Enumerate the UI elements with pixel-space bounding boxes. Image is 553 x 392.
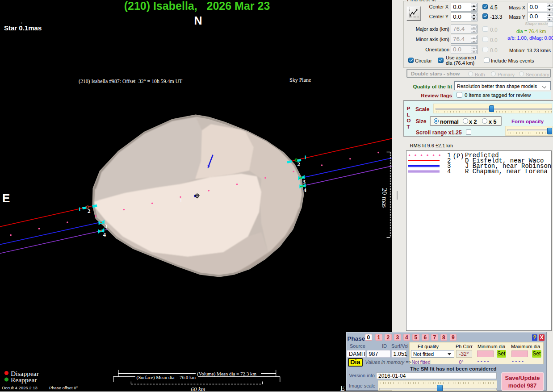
svg-text:Occult 4.2026.2.13: Occult 4.2026.2.13 [2,385,38,390]
svg-text:Reappear: Reappear [11,376,37,384]
svg-text:1: 1 [180,197,182,204]
svg-text:20 mas: 20 mas [381,188,389,208]
svg-text:(210) Isabella #987: Offset -3: (210) Isabella #987: Offset -32° = 10h 5… [79,78,183,84]
svg-text:Phase offset 0°: Phase offset 0° [49,385,78,390]
svg-text:2: 2 [88,208,91,214]
svg-text:N: N [194,14,202,27]
svg-text:P: P [207,164,210,169]
svg-text:2: 2 [297,161,301,167]
svg-text:Sky Plane: Sky Plane [289,77,311,83]
svg-text:(Surface) Mean dia = 76.0 km: (Surface) Mean dia = 76.0 km [137,375,196,380]
svg-text:4: 4 [103,231,106,238]
svg-text:E: E [2,192,10,205]
svg-text:Star 0.1mas: Star 0.1mas [4,24,42,32]
svg-text:4: 4 [304,187,307,193]
svg-text:3: 3 [105,223,108,229]
svg-text:(210) Isabella, 2026 Mar 23: (210) Isabella, 2026 Mar 23 [124,0,270,12]
svg-text:(Volume) Mean dia = 72.3 km: (Volume) Mean dia = 72.3 km [197,371,257,377]
